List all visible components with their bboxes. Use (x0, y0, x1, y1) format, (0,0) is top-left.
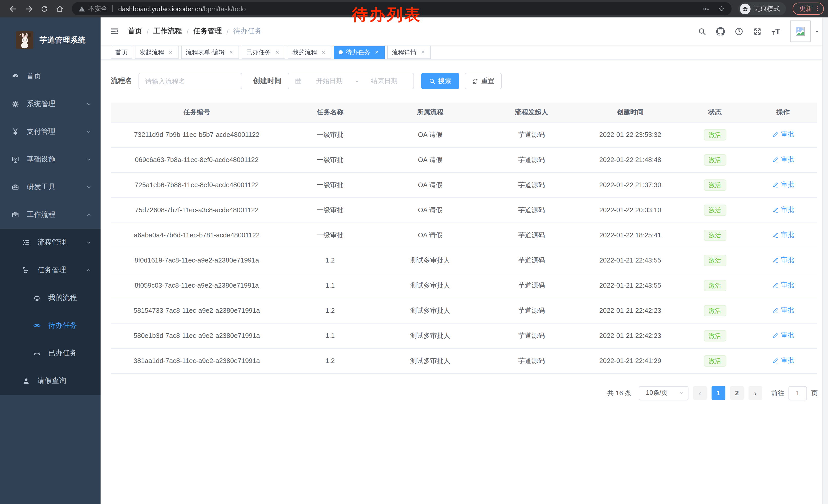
browser-reload-icon[interactable] (41, 5, 48, 12)
sidebar-item-8[interactable]: 任务管理 (0, 256, 100, 284)
breadcrumb-item[interactable]: 任务管理 (194, 27, 222, 36)
sidebar-toggle-icon[interactable] (110, 27, 119, 36)
chevron-up-icon (86, 212, 92, 218)
sidebar-item-1[interactable]: 首页 (0, 62, 100, 90)
status-badge: 激活 (704, 255, 726, 266)
github-icon[interactable] (716, 27, 725, 36)
browser-menu-icon[interactable] (814, 5, 821, 12)
status-cell: 激活 (680, 323, 749, 348)
sidebar-logo: 芋道管理系统 (0, 17, 100, 62)
sidebar-item-label: 我的流程 (48, 293, 77, 303)
process-cell: OA 请假 (378, 147, 483, 172)
tag-tab-4[interactable]: 已办任务× (242, 46, 285, 59)
process-cell: 测试多审批人 (378, 348, 483, 373)
next-page-button[interactable]: › (748, 386, 762, 400)
search-button[interactable]: 搜索 (421, 73, 459, 89)
goto-page-input[interactable] (788, 386, 807, 400)
tag-tab-5[interactable]: 我的流程× (288, 46, 331, 59)
approve-link[interactable]: 审批 (772, 180, 794, 189)
sidebar-item-5[interactable]: 研发工具 (0, 173, 100, 201)
status-badge: 激活 (704, 179, 726, 190)
status-cell: 激活 (680, 273, 749, 298)
approve-link[interactable]: 审批 (772, 155, 794, 164)
tag-tab-1[interactable]: 首页 (111, 46, 132, 59)
fullscreen-icon[interactable] (753, 27, 762, 36)
key-icon[interactable] (702, 5, 710, 12)
approve-link[interactable]: 审批 (772, 130, 794, 139)
sidebar-item-12[interactable]: 请假查询 (0, 367, 100, 395)
sidebar-item-label: 研发工具 (27, 183, 55, 192)
sidebar-item-2[interactable]: 系统管理 (0, 90, 100, 118)
sidebar-item-6[interactable]: 工作流程 (0, 201, 100, 229)
search-icon[interactable] (698, 27, 706, 36)
reset-button[interactable]: 重置 (465, 73, 502, 89)
bookmark-star-icon[interactable] (718, 5, 726, 12)
task-name-cell: 一级审批 (283, 223, 378, 248)
page-button-2[interactable]: 2 (730, 386, 744, 400)
edit-pencil-icon (772, 282, 779, 289)
avatar-caret-icon[interactable] (814, 29, 820, 34)
edit-pencil-icon (772, 131, 779, 138)
tag-tab-label: 发起流程 (139, 48, 164, 57)
process-cell: 测试多审批人 (378, 248, 483, 273)
approve-link[interactable]: 审批 (772, 230, 794, 240)
approve-link-label: 审批 (781, 180, 794, 189)
approve-link[interactable]: 审批 (772, 356, 794, 365)
sidebar: 芋道管理系统 首页系统管理支付管理基础设施研发工具工作流程流程管理任务管理我的流… (0, 17, 100, 504)
font-size-icon[interactable]: TT (772, 27, 780, 36)
process-cell: OA 请假 (378, 172, 483, 197)
update-button[interactable]: 更新 (793, 3, 824, 15)
sidebar-item-4[interactable]: 基础设施 (0, 146, 100, 173)
sidebar-item-9[interactable]: 我的流程 (0, 284, 100, 312)
approve-link[interactable]: 审批 (772, 205, 794, 215)
date-range-picker[interactable]: 开始日期 - 结束日期 (288, 73, 414, 89)
close-icon[interactable]: × (228, 49, 235, 56)
prev-page-button[interactable]: ‹ (693, 386, 707, 400)
approve-link[interactable]: 审批 (772, 256, 794, 265)
action-cell: 审批 (749, 348, 817, 373)
avatar[interactable] (790, 20, 811, 42)
security-warning-icon[interactable] (78, 5, 86, 12)
browser-back-icon[interactable] (9, 4, 17, 13)
start-date-placeholder: 开始日期 (304, 77, 355, 86)
help-icon[interactable] (735, 27, 743, 36)
close-icon[interactable]: × (274, 49, 281, 56)
app-title: 芋道管理系统 (40, 35, 86, 45)
active-tab-dot (339, 50, 343, 54)
page-size-select[interactable]: 10条/页 (639, 386, 689, 400)
tag-tab-3[interactable]: 流程表单-编辑× (181, 46, 239, 59)
sidebar-item-7[interactable]: 流程管理 (0, 229, 100, 256)
gauge-icon (11, 72, 19, 81)
page-button-1[interactable]: 1 (711, 386, 726, 400)
starter-cell: 芋道源码 (483, 298, 580, 323)
breadcrumb-item[interactable]: 首页 (128, 27, 142, 36)
browser-forward-icon[interactable] (25, 4, 33, 13)
close-icon[interactable]: × (420, 49, 426, 56)
scrollbar[interactable] (822, 17, 828, 504)
edit-pencil-icon (772, 182, 779, 188)
status-badge: 激活 (704, 305, 726, 316)
approve-link[interactable]: 审批 (772, 281, 794, 290)
sidebar-item-11[interactable]: 已办任务 (0, 339, 100, 367)
process-name-input[interactable] (138, 73, 242, 89)
approve-link[interactable]: 审批 (772, 306, 794, 315)
approve-link[interactable]: 审批 (772, 331, 794, 340)
close-icon[interactable]: × (320, 49, 327, 56)
tag-tab-6[interactable]: 待办任务× (334, 46, 385, 59)
column-header: 创建时间 (580, 102, 680, 122)
created-time-cell: 2022-01-21 22:43:55 (580, 273, 680, 298)
action-cell: 审批 (749, 298, 817, 323)
breadcrumb-item[interactable]: 工作流程 (153, 27, 182, 36)
sidebar-item-3[interactable]: 支付管理 (0, 118, 100, 146)
sidebar-item-10[interactable]: 待办任务 (0, 312, 100, 339)
gear-icon (11, 100, 19, 108)
close-icon[interactable]: × (167, 49, 174, 56)
close-icon[interactable]: × (373, 49, 380, 56)
tag-tab-2[interactable]: 发起流程× (135, 46, 178, 59)
tag-tab-7[interactable]: 流程详情× (387, 46, 431, 59)
sidebar-item-label: 任务管理 (37, 266, 66, 275)
incognito-icon (741, 5, 749, 12)
browser-home-icon[interactable] (55, 4, 64, 13)
sidebar-item-label: 流程管理 (37, 238, 66, 247)
created-time-cell: 2022-01-22 20:33:10 (580, 197, 680, 223)
